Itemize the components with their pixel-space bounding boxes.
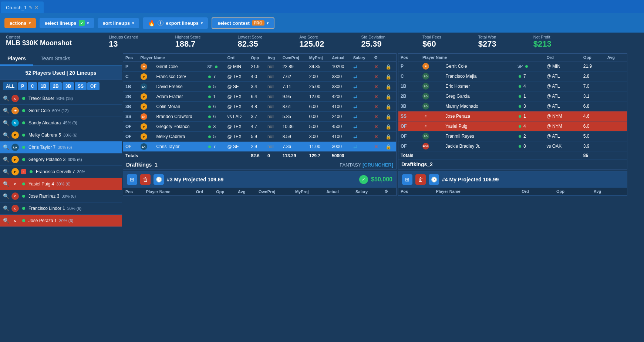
- proj-clock-btn-4[interactable]: 🕐: [429, 174, 439, 185]
- avg-cell: [605, 61, 627, 71]
- swap-cell[interactable]: ⇄: [351, 142, 372, 152]
- player-name-cell[interactable]: Adam Frazier: [154, 92, 205, 102]
- tab-edit-icon[interactable]: ✎: [29, 5, 32, 10]
- search-icon[interactable]: 🔍: [3, 205, 9, 211]
- player-name-cell[interactable]: Gregory Polanco: [154, 122, 205, 132]
- list-item[interactable]: 🔍 LA Chris Taylor 7 30% (6): [0, 141, 122, 154]
- lock-cell[interactable]: 🔒: [383, 112, 396, 122]
- player-name-cell[interactable]: Eric Hosmer: [443, 81, 515, 91]
- filter-p[interactable]: P: [18, 82, 27, 90]
- player-name-cell[interactable]: Brandon Crawford: [154, 112, 205, 122]
- player-name-cell[interactable]: Jose Peraza: [443, 111, 515, 121]
- total-fees-label: Total Fees: [422, 35, 441, 39]
- tab-crunch1[interactable]: Crunch_1 ✎ ✕: [1, 1, 44, 13]
- remove-cell[interactable]: ✕: [372, 72, 383, 82]
- lock-cell[interactable]: 🔒: [383, 62, 396, 72]
- search-icon[interactable]: 🔍: [3, 108, 9, 114]
- swap-cell[interactable]: ⇄: [351, 72, 372, 82]
- list-item[interactable]: 🔍 C Francisco Lindor 1 30% (6): [0, 202, 122, 215]
- player-name-cell[interactable]: Francisco Cerv: [154, 72, 205, 82]
- ownproj-cell: null: [265, 72, 280, 82]
- search-icon[interactable]: 🔍: [3, 181, 9, 187]
- select-contest-button[interactable]: select contest PRO ▾: [212, 17, 274, 29]
- remove-cell[interactable]: ✕: [372, 62, 383, 72]
- player-name-cell[interactable]: Greg Garcia: [443, 91, 515, 101]
- ord-cell: 3.7: [249, 112, 265, 122]
- filter-of[interactable]: OF: [87, 82, 100, 90]
- list-item[interactable]: 🔍 C Jose Peraza 1 30% (6): [0, 215, 122, 227]
- sort-lineups-button[interactable]: sort lineups ▾: [98, 18, 139, 28]
- player-name-cell[interactable]: Colin Moran: [154, 102, 205, 112]
- swap-cell[interactable]: ⇄: [351, 122, 372, 132]
- proj-copy-btn-4[interactable]: ⊞: [402, 174, 412, 185]
- proj-clock-btn[interactable]: 🕐: [154, 174, 164, 185]
- myproj-cell: 25.00: [307, 82, 330, 92]
- export-lineups-button[interactable]: 🔥 i export lineups ▾: [143, 17, 208, 29]
- remove-cell[interactable]: ✕: [372, 92, 383, 102]
- filter-3b[interactable]: 3B: [63, 82, 74, 90]
- list-item[interactable]: 🔍 P Melky Cabrera 5 30% (6): [0, 129, 122, 141]
- search-icon[interactable]: 🔍: [3, 218, 9, 224]
- player-name-cell[interactable]: Chris Taylor: [154, 142, 205, 152]
- lock-cell[interactable]: 🔒: [383, 92, 396, 102]
- list-item[interactable]: 🔍 P Gregory Polanco 3 30% (6): [0, 154, 122, 166]
- swap-cell[interactable]: ⇄: [351, 92, 372, 102]
- select-lineups-button[interactable]: select lineups ✓ ▾: [40, 18, 94, 28]
- player-name-cell[interactable]: Yasiel Puig: [443, 121, 515, 131]
- lock-cell[interactable]: 🔒: [383, 122, 396, 132]
- player-name-cell[interactable]: David Freese: [154, 82, 205, 92]
- remove-cell[interactable]: ✕: [372, 122, 383, 132]
- player-name-cell[interactable]: Manny Machado: [443, 101, 515, 111]
- tab-team-stacks[interactable]: Team Stacks: [33, 53, 78, 66]
- highest-score-value: 188.7: [175, 39, 201, 49]
- search-icon[interactable]: 🔍: [3, 169, 9, 175]
- search-icon[interactable]: 🔍: [3, 132, 9, 138]
- search-icon[interactable]: 🔍: [3, 120, 9, 126]
- player-name-cell[interactable]: Melky Cabrera: [154, 132, 205, 142]
- player-name-cell[interactable]: Francisco Mejia: [443, 71, 515, 81]
- list-item[interactable]: 🔍 C Jose Ramirez 3 30% (6): [0, 190, 122, 202]
- remove-cell[interactable]: ✕: [372, 142, 383, 152]
- tab-players[interactable]: Players: [0, 53, 33, 66]
- opp-cell: @ TEX: [225, 122, 249, 132]
- filter-all[interactable]: ALL: [3, 82, 17, 90]
- filter-ss[interactable]: SS: [75, 82, 87, 90]
- filter-c[interactable]: C: [28, 82, 37, 90]
- search-icon[interactable]: 🔍: [3, 157, 9, 162]
- swap-cell[interactable]: ⇄: [351, 62, 372, 72]
- lock-cell[interactable]: 🔒: [383, 72, 396, 82]
- lock-cell[interactable]: 🔒: [383, 102, 396, 112]
- player-name-cell[interactable]: Jackie Bradley Jr.: [443, 141, 515, 151]
- actions-button[interactable]: actions ▾: [4, 18, 36, 28]
- opp-cell: @ NYM: [544, 111, 581, 121]
- tab-close-icon[interactable]: ✕: [34, 5, 38, 10]
- lock-cell[interactable]: 🔒: [383, 142, 396, 152]
- search-icon[interactable]: 🔍: [3, 144, 9, 150]
- list-item[interactable]: 🔍 C Trevor Bauer 90% (18): [0, 93, 122, 105]
- proj-delete-btn[interactable]: 🗑: [140, 174, 151, 185]
- filter-2b[interactable]: 2B: [50, 82, 61, 90]
- remove-cell[interactable]: ✕: [372, 132, 383, 142]
- swap-cell[interactable]: ⇄: [351, 132, 372, 142]
- filter-1b[interactable]: 1B: [38, 82, 49, 90]
- proj-copy-btn[interactable]: ⊞: [127, 174, 137, 185]
- player-name-cell[interactable]: Franmil Reyes: [443, 131, 515, 141]
- player-name-cell[interactable]: Gerrit Cole: [443, 61, 515, 71]
- remove-cell[interactable]: ✕: [372, 102, 383, 112]
- search-icon[interactable]: 🔍: [3, 95, 9, 101]
- swap-cell[interactable]: ⇄: [351, 102, 372, 112]
- remove-cell[interactable]: ✕: [372, 112, 383, 122]
- gear-icon[interactable]: ⚙: [382, 188, 396, 196]
- search-icon[interactable]: 🔍: [3, 193, 9, 199]
- list-item[interactable]: 🔍 P + Francisco Cervelli 7 30%: [0, 166, 122, 178]
- list-item[interactable]: 🔍 C Yasiel Puig 4 30% (6): [0, 178, 122, 190]
- remove-cell[interactable]: ✕: [372, 82, 383, 92]
- player-name-cell[interactable]: Gerrit Cole: [154, 62, 205, 72]
- proj-delete-btn-4[interactable]: 🗑: [415, 174, 426, 185]
- list-item[interactable]: 🔍 M Sandy Alcantara 45% (9): [0, 117, 122, 129]
- swap-cell[interactable]: ⇄: [351, 112, 372, 122]
- list-item[interactable]: 🔍 ★ Gerrit Cole 60% (12): [0, 105, 122, 117]
- swap-cell[interactable]: ⇄: [351, 82, 372, 92]
- lock-cell[interactable]: 🔒: [383, 132, 396, 142]
- lock-cell[interactable]: 🔒: [383, 82, 396, 92]
